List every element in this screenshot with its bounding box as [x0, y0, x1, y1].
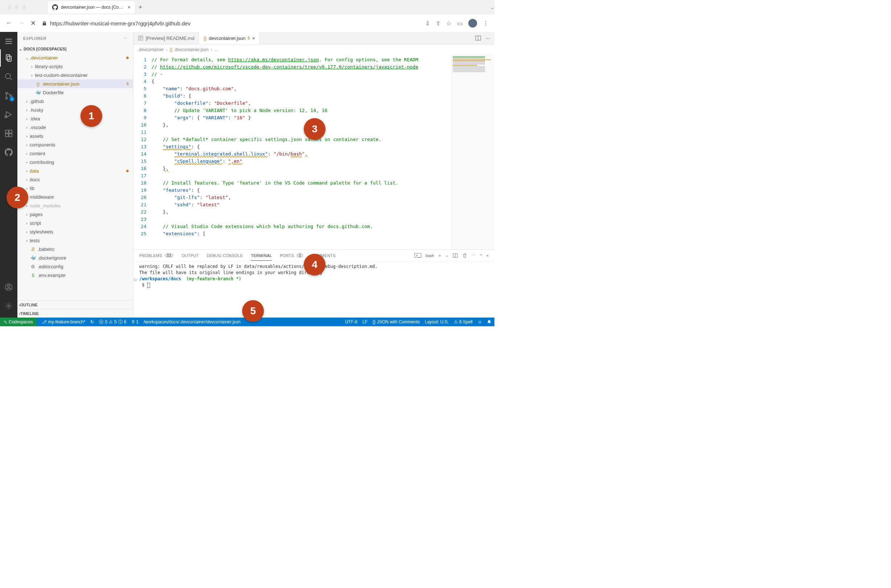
new-tab-button[interactable]: + — [138, 4, 142, 11]
code-line[interactable]: }, — [152, 165, 451, 172]
workspace-header[interactable]: ⌄ DOCS [CODESPACES] — [17, 45, 133, 53]
code-content[interactable]: // For format details, see https://aka.m… — [152, 55, 451, 249]
dropdown-icon[interactable]: ⌄ — [445, 253, 448, 258]
close-panel-icon[interactable]: × — [486, 254, 489, 258]
status-notifications[interactable]: 🔔︎ — [487, 320, 492, 324]
code-line[interactable]: // Visual Studio Code extensions which h… — [152, 223, 451, 230]
activity-search[interactable] — [0, 68, 17, 86]
activity-explorer[interactable] — [0, 49, 17, 67]
tree-item[interactable]: ›.vscode — [17, 123, 133, 132]
code-line[interactable]: "build": { — [152, 93, 451, 100]
tab-devcontainer[interactable]: {} devcontainer.json 5 × — [199, 32, 260, 44]
activity-account[interactable] — [0, 278, 17, 296]
tab-close-icon[interactable]: × — [252, 36, 255, 41]
nav-forward-icon[interactable]: → — [18, 19, 25, 27]
download-icon[interactable]: ⇩ — [425, 20, 430, 27]
code-line[interactable]: }, — [152, 208, 451, 216]
tree-item[interactable]: ›tests — [17, 236, 133, 245]
code-line[interactable]: "extensions": [ — [152, 230, 451, 237]
tab-close-icon[interactable]: × — [128, 4, 130, 10]
split-editor-icon[interactable] — [475, 35, 481, 41]
code-editor[interactable]: 1234567891011121314151617181920212223242… — [134, 55, 494, 249]
tree-item[interactable]: ›data — [17, 166, 133, 175]
tree-item[interactable]: ›stylesheets — [17, 227, 133, 236]
tree-item[interactable]: 🐳Dockerfile — [17, 88, 133, 97]
outline-section[interactable]: › OUTLINE — [17, 300, 133, 309]
menu-icon[interactable] — [0, 35, 17, 48]
code-line[interactable]: "args": { "VARIANT": "16" } — [152, 114, 451, 122]
share-icon[interactable]: ⇧ — [436, 20, 440, 27]
tab-preview-readme[interactable]: [Preview] README.md — [134, 32, 199, 44]
tree-item[interactable]: ⚙.editorconfig — [17, 262, 133, 271]
tree-item[interactable]: B.babelrc — [17, 245, 133, 254]
tree-item[interactable]: $.env.example — [17, 271, 133, 279]
status-path[interactable]: /workspaces/docs/.devcontainer/devcontai… — [144, 320, 241, 324]
tree-item[interactable]: ›pages — [17, 210, 133, 219]
activity-settings[interactable] — [0, 297, 17, 315]
code-line[interactable]: "features": { — [152, 187, 451, 194]
tree-item[interactable]: ⌄.devcontainer — [17, 53, 133, 62]
panel-tab-debug[interactable]: DEBUG CONSOLE — [207, 254, 243, 258]
tree-item[interactable]: ›components — [17, 140, 133, 149]
code-line[interactable]: "dockerfile": "Dockerfile", — [152, 100, 451, 107]
tree-item[interactable]: ›node_modules — [17, 201, 133, 210]
status-spell[interactable]: ⚠ 6 Spell — [454, 320, 472, 324]
nav-back-icon[interactable]: ← — [6, 19, 12, 27]
status-codespaces[interactable]: ⤡ Codespaces — [0, 318, 37, 326]
code-line[interactable]: // For format details, see https://aka.m… — [152, 56, 451, 63]
minimap[interactable] — [451, 55, 494, 249]
status-problems[interactable]: ⓧ0 ⚠5 ⓘ6 — [99, 319, 126, 325]
code-line[interactable]: "name": "docs.github.com", — [152, 85, 451, 93]
status-ports[interactable]: ⚲1 — [132, 320, 139, 324]
shell-label[interactable]: bash — [426, 254, 434, 258]
trash-icon[interactable] — [462, 253, 467, 258]
code-line[interactable]: // https://github.com/microsoft/vscode-d… — [152, 63, 451, 71]
activity-source-control[interactable]: 1 — [0, 87, 17, 104]
more-icon[interactable]: ⋯ — [472, 253, 476, 258]
tree-item[interactable]: ›.husky — [17, 105, 133, 114]
status-sync[interactable]: ↻ — [90, 320, 94, 324]
sidepanel-icon[interactable]: ▭ — [457, 20, 462, 27]
file-tree[interactable]: ⌄.devcontainer›library-scripts›test-cust… — [17, 53, 133, 300]
status-layout[interactable]: Layout: U.S. — [425, 320, 449, 324]
tree-item[interactable]: ›content — [17, 149, 133, 158]
code-line[interactable]: "terminal.integrated.shell.linux": "/bin… — [152, 150, 451, 158]
panel-tab-problems[interactable]: PROBLEMS 11 — [139, 253, 174, 258]
status-branch[interactable]: ⎇ my-feature-branch* — [42, 320, 86, 324]
breadcrumb[interactable]: .devcontainer › {} devcontainer.json › .… — [134, 45, 494, 55]
browser-menu-icon[interactable]: ⋮ — [483, 20, 489, 27]
tree-item[interactable]: 🐳.dockerignore — [17, 254, 133, 262]
tabs-dropdown-icon[interactable]: ⌄ — [490, 5, 494, 10]
tree-item[interactable]: ›middleware — [17, 192, 133, 201]
more-icon[interactable]: ⋯ — [485, 36, 490, 41]
code-line[interactable]: // - — [152, 71, 451, 78]
code-line[interactable]: // Update 'VARIANT' to pick a Node versi… — [152, 107, 451, 114]
code-line[interactable] — [152, 129, 451, 136]
traffic-light-minimize-icon[interactable] — [15, 5, 19, 9]
status-language[interactable]: {} JSON with Comments — [373, 320, 420, 324]
tree-item[interactable]: ›library-scripts — [17, 62, 133, 71]
status-feedback[interactable]: ☺ — [478, 320, 482, 324]
code-line[interactable]: // Set *default* container specific sett… — [152, 136, 451, 143]
panel-tab-terminal[interactable]: TERMINAL — [251, 250, 272, 261]
browser-tab[interactable]: devcontainer.json — docs [Cod… × — [48, 1, 135, 14]
bookmark-icon[interactable]: ☆ — [446, 20, 451, 27]
url-input[interactable]: 🔒︎ https://hubwriter-musical-meme-grx7rg… — [42, 20, 419, 27]
tree-item[interactable]: ›.idea — [17, 114, 133, 123]
nav-stop-icon[interactable]: ✕ — [30, 19, 36, 27]
code-line[interactable]: "settings": { — [152, 143, 451, 150]
code-line[interactable]: "sshd": "latest" — [152, 201, 451, 208]
timeline-section[interactable]: › TIMELINE — [17, 309, 133, 318]
terminal-icon[interactable]: >_ — [414, 253, 421, 258]
panel-tab-ports[interactable]: PORTS 1 — [280, 253, 303, 258]
code-line[interactable] — [152, 172, 451, 180]
new-terminal-icon[interactable]: + — [439, 254, 441, 258]
code-line[interactable]: { — [152, 78, 451, 85]
activity-github[interactable] — [0, 144, 17, 161]
status-encoding[interactable]: UTF-8 — [345, 320, 357, 324]
activity-run-debug[interactable] — [0, 106, 17, 123]
maximize-panel-icon[interactable]: ^ — [480, 254, 482, 258]
tree-item[interactable]: ›test-custom-devcontainer — [17, 71, 133, 80]
tree-item[interactable]: ›lib — [17, 184, 133, 192]
tree-item[interactable]: ›contributing — [17, 158, 133, 166]
